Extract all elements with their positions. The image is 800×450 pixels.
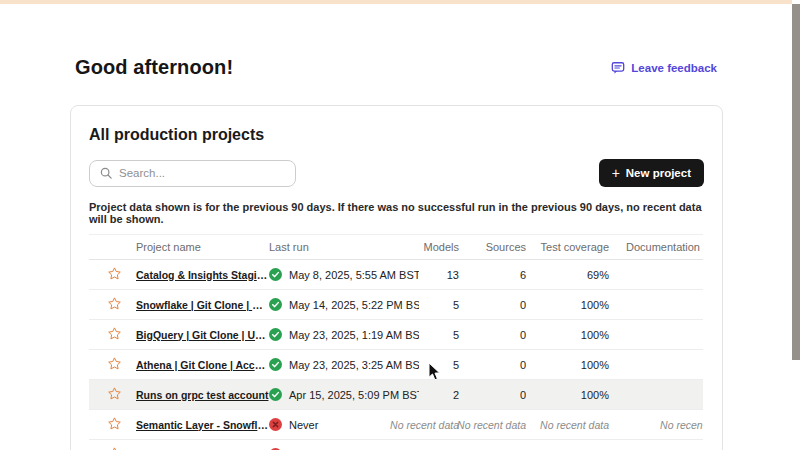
star-icon — [107, 266, 122, 281]
documentation-coverage-cell — [609, 320, 703, 350]
test-coverage-cell: 69% — [526, 260, 609, 290]
table-row[interactable]: Runs on grpc test account Apr 15, 2025, … — [89, 380, 703, 410]
models-cell: 5 — [419, 350, 459, 380]
star-icon — [107, 296, 122, 311]
favorite-star-button[interactable] — [107, 416, 122, 431]
sources-cell: No recent data — [459, 440, 526, 450]
last-run-cell: May 23, 2025, 1:19 AM BST — [269, 320, 419, 350]
project-name-link[interactable]: Semantic Layer - Snowflake — [136, 419, 269, 431]
table-row[interactable]: BigQuery | Git Clone | User... May 23, 2… — [89, 320, 703, 350]
documentation-coverage-cell: No recent data — [609, 410, 703, 440]
last-run-value: Never — [289, 419, 318, 431]
run-status-icon — [269, 418, 282, 431]
last-run-value: May 23, 2025, 3:25 AM BST — [289, 359, 419, 371]
star-icon — [107, 416, 122, 431]
favorite-cell — [89, 290, 136, 320]
sources-cell: 0 — [459, 320, 526, 350]
scrollbar-track[interactable] — [792, 0, 800, 450]
test-coverage-cell: No recent data — [526, 410, 609, 440]
documentation-coverage-cell — [609, 350, 703, 380]
favorite-cell — [89, 380, 136, 410]
documentation-coverage-cell — [609, 290, 703, 320]
project-name-cell: Snowflake | Git Clone | Use... — [136, 290, 269, 320]
run-status-icon — [269, 358, 282, 371]
favorite-star-button[interactable] — [107, 446, 122, 450]
table-row[interactable]: Semantic Layer - Snowflake Never No rece… — [89, 410, 703, 440]
test-coverage-cell: 100% — [526, 290, 609, 320]
documentation-coverage-cell — [609, 260, 703, 290]
star-icon — [107, 326, 122, 341]
column-last-run: Last run — [269, 235, 419, 260]
projects-toolbar: + New project — [89, 159, 704, 187]
models-cell: 13 — [419, 260, 459, 290]
search-icon — [100, 167, 112, 179]
test-coverage-cell: 100% — [526, 380, 609, 410]
column-test-coverage: Test coverage — [526, 235, 609, 260]
favorite-star-button[interactable] — [107, 386, 122, 401]
run-status-icon — [269, 328, 282, 341]
scrollbar-thumb[interactable] — [792, 4, 800, 360]
table-row[interactable]: Snowflake | Git Clone | Use... May 14, 2… — [89, 290, 703, 320]
sources-cell: No recent data — [459, 410, 526, 440]
table-row[interactable]: Snowflake | Git Clone | Key... Never No … — [89, 440, 703, 450]
project-name-link[interactable]: Runs on grpc test account — [136, 389, 269, 401]
page-title: Good afternoon! — [75, 56, 233, 79]
run-status-icon — [269, 298, 282, 311]
column-models: Models — [419, 235, 459, 260]
last-run-value: May 23, 2025, 1:19 AM BST — [289, 329, 419, 341]
star-icon — [107, 446, 122, 450]
models-cell: No recent data — [419, 410, 459, 440]
projects-card: All production projects + New project Pr… — [70, 105, 723, 450]
last-run-cell: May 23, 2025, 3:25 AM BST — [269, 350, 419, 380]
favorite-star-button[interactable] — [107, 356, 122, 371]
models-cell: 2 — [419, 380, 459, 410]
run-status-icon — [269, 388, 282, 401]
top-accent-bar — [0, 0, 800, 4]
project-name-link[interactable]: Athena | Git Clone | Acces... — [136, 359, 269, 371]
test-coverage-cell: No recent data — [526, 440, 609, 450]
test-coverage-cell: 100% — [526, 320, 609, 350]
search-input[interactable] — [119, 167, 285, 179]
card-title: All production projects — [89, 126, 704, 144]
column-documentation-coverage: Documentation coverage — [609, 235, 703, 260]
project-name-link[interactable]: Catalog & Insights Staging... — [136, 269, 269, 281]
leave-feedback-link[interactable]: Leave feedback — [611, 61, 717, 75]
favorite-star-button[interactable] — [107, 326, 122, 341]
table-row[interactable]: Athena | Git Clone | Acces... May 23, 20… — [89, 350, 703, 380]
sources-cell: 6 — [459, 260, 526, 290]
column-sources: Sources — [459, 235, 526, 260]
table-row[interactable]: Catalog & Insights Staging... May 8, 202… — [89, 260, 703, 290]
project-name-cell: Athena | Git Clone | Acces... — [136, 350, 269, 380]
project-name-cell: Snowflake | Git Clone | Key... — [136, 440, 269, 450]
new-project-button[interactable]: + New project — [599, 159, 704, 187]
project-name-cell: Catalog & Insights Staging... — [136, 260, 269, 290]
star-icon — [107, 386, 122, 401]
test-coverage-cell: 100% — [526, 350, 609, 380]
column-favorite — [89, 235, 136, 260]
column-project-name: Project name — [136, 235, 269, 260]
sources-cell: 0 — [459, 290, 526, 320]
favorite-cell — [89, 410, 136, 440]
favorite-cell — [89, 440, 136, 450]
project-name-cell: BigQuery | Git Clone | User... — [136, 320, 269, 350]
favorite-cell — [89, 320, 136, 350]
search-box[interactable] — [89, 160, 296, 187]
documentation-coverage-cell — [609, 380, 703, 410]
table-header-row: Project name Last run Models Sources Tes… — [89, 235, 703, 260]
run-status-icon — [269, 268, 282, 281]
project-name-link[interactable]: BigQuery | Git Clone | User... — [136, 329, 269, 341]
projects-table-wrapper: Project name Last run Models Sources Tes… — [89, 234, 703, 450]
project-name-link[interactable]: Snowflake | Git Clone | Use... — [136, 299, 269, 311]
page-header: Good afternoon! Leave feedback — [0, 0, 800, 79]
favorite-star-button[interactable] — [107, 266, 122, 281]
star-icon — [107, 356, 122, 371]
last-run-value: May 14, 2025, 5:22 PM BST — [289, 299, 419, 311]
favorite-star-button[interactable] — [107, 296, 122, 311]
models-cell: No recent data — [419, 440, 459, 450]
sources-cell: 0 — [459, 380, 526, 410]
plus-icon: + — [612, 166, 620, 180]
last-run-cell: May 8, 2025, 5:55 AM BST — [269, 260, 419, 290]
leave-feedback-label: Leave feedback — [631, 62, 717, 74]
sources-cell: 0 — [459, 350, 526, 380]
new-project-label: New project — [626, 167, 691, 179]
